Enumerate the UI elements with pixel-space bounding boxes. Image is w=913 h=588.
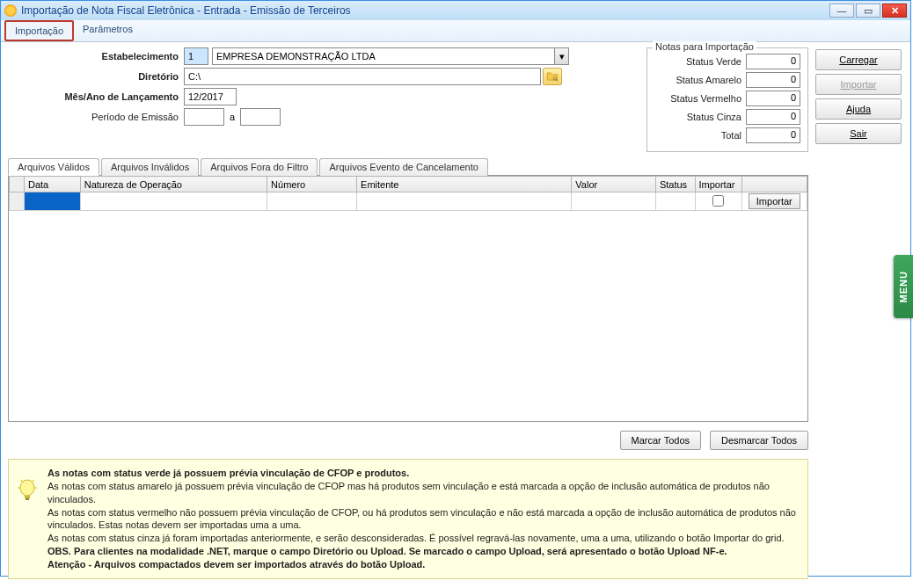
info-line-5: OBS. Para clientes na modalidade .NET, m… (47, 546, 727, 556)
close-button[interactable]: ✕ (882, 4, 907, 18)
cell-emitente[interactable] (357, 192, 572, 211)
row-selector[interactable] (10, 192, 25, 211)
grid-arquivos: Data Natureza de Operação Número Emitent… (8, 176, 808, 422)
mesano-label: Mês/Ano de Lançamento (8, 91, 184, 102)
info-panel: As notas com status verde já possuem pré… (8, 459, 808, 579)
app-icon (4, 4, 17, 17)
mesano-input[interactable] (184, 88, 237, 105)
estabelecimento-name-input[interactable] (212, 47, 555, 65)
lightbulb-icon (16, 479, 39, 509)
carregar-button[interactable]: Carregar (815, 49, 902, 70)
sair-button[interactable]: Sair (815, 123, 902, 144)
maximize-button[interactable]: ▭ (856, 4, 880, 18)
cell-valor[interactable] (572, 192, 656, 211)
table-row[interactable]: Importar (10, 192, 807, 211)
diretorio-input[interactable] (184, 68, 541, 85)
col-data[interactable]: Data (24, 177, 80, 192)
tab-parametros[interactable]: Parâmetros (74, 20, 142, 41)
importar-checkbox[interactable] (712, 195, 724, 207)
status-cinza-label: Status Cinza (654, 112, 746, 122)
status-verde-label: Status Verde (654, 56, 746, 67)
col-status[interactable]: Status (655, 177, 695, 192)
diretorio-label: Diretório (8, 71, 184, 82)
titlebar: Importação de Nota Fiscal Eletrônica - E… (1, 1, 910, 20)
desmarcar-todos-button[interactable]: Desmarcar Todos (710, 431, 808, 450)
estabelecimento-code-input[interactable] (184, 47, 208, 65)
info-line-6: Atenção - Arquivos compactados devem ser… (47, 559, 425, 570)
browse-folder-button[interactable] (543, 68, 562, 85)
folder-icon (546, 71, 559, 82)
menu-side-tab[interactable]: MENU (894, 255, 913, 318)
cell-data[interactable] (24, 192, 80, 211)
info-line-2: As notas com status amarelo já possuem p… (47, 480, 799, 506)
periodo-to-input[interactable] (240, 108, 281, 126)
cell-importar-check[interactable] (695, 192, 741, 211)
status-amarelo-label: Status Amarelo (654, 75, 746, 85)
info-line-4: As notas com status cinza já foram impor… (47, 532, 799, 545)
ajuda-button[interactable]: Ajuda (815, 98, 902, 120)
status-cinza-value: 0 (746, 109, 800, 125)
notas-importacao-box: Notas para Importação Status Verde0 Stat… (646, 47, 808, 152)
cell-natureza[interactable] (80, 192, 267, 211)
info-line-3: As notas com status vermelho não possuem… (47, 506, 799, 533)
total-value: 0 (746, 127, 800, 143)
tab-arquivos-invalidos[interactable]: Arquivos Inválidos (101, 158, 199, 176)
col-valor[interactable]: Valor (572, 177, 656, 192)
status-vermelho-label: Status Vermelho (654, 93, 746, 104)
importar-button: Importar (815, 74, 902, 95)
total-label: Total (654, 130, 746, 141)
notas-legend: Notas para Importação (653, 41, 756, 52)
col-importar[interactable]: Importar (695, 177, 741, 192)
col-numero[interactable]: Número (267, 177, 357, 192)
col-selector (10, 177, 25, 192)
status-verde-value: 0 (746, 54, 800, 69)
window-title: Importação de Nota Fiscal Eletrônica - E… (21, 4, 351, 17)
row-importar-button[interactable]: Importar (749, 193, 800, 209)
marcar-todos-button[interactable]: Marcar Todos (620, 431, 701, 450)
col-emitente[interactable]: Emitente (357, 177, 572, 192)
estabelecimento-label: Estabelecimento (8, 51, 184, 62)
tab-importacao[interactable]: Importação (4, 20, 74, 41)
periodo-label: Período de Emissão (8, 112, 184, 122)
col-action (741, 177, 807, 192)
tab-arquivos-fora-filtro[interactable]: Arquivos Fora do Filtro (201, 158, 318, 176)
minimize-button[interactable]: — (829, 4, 854, 18)
estabelecimento-dropdown[interactable]: ▾ (555, 47, 569, 65)
periodo-from-input[interactable] (184, 108, 224, 126)
status-vermelho-value: 0 (746, 91, 800, 106)
info-line-1: As notas com status verde já possuem pré… (47, 468, 409, 478)
tab-arquivos-cancelamento[interactable]: Arquivos Evento de Cancelamento (319, 158, 487, 176)
tab-arquivos-validos[interactable]: Arquivos Válidos (8, 158, 99, 176)
col-natureza[interactable]: Natureza de Operação (80, 177, 267, 192)
periodo-a-text: a (224, 112, 240, 122)
status-amarelo-value: 0 (746, 72, 800, 88)
cell-numero[interactable] (267, 192, 357, 211)
cell-status[interactable] (655, 192, 695, 211)
